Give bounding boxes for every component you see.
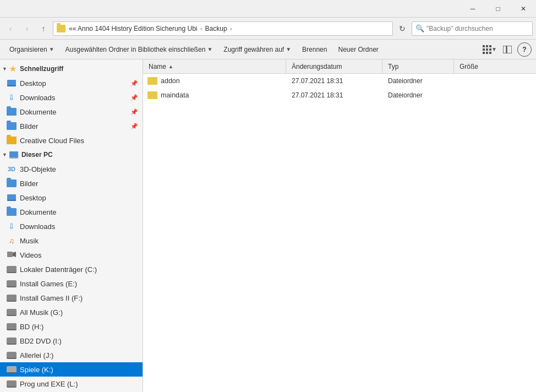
- sidebar-item-desktop[interactable]: Desktop 📌: [0, 76, 143, 90]
- sidebar-section-dieser-pc[interactable]: ▼ Dieser PC: [0, 148, 143, 162]
- forward-button[interactable]: ›: [20, 21, 34, 36]
- drive-l-icon: [7, 379, 17, 388]
- sidebar-videos-label: Videos: [20, 251, 42, 259]
- sidebar-item-musik[interactable]: ♫ Musik: [0, 233, 143, 248]
- close-button[interactable]: ✕: [511, 0, 536, 18]
- sidebar-item-3d[interactable]: 3D 3D-Objekte: [0, 162, 143, 176]
- up-button[interactable]: ↑: [36, 21, 51, 36]
- burn-button[interactable]: Brennen: [297, 42, 332, 57]
- col-name-header[interactable]: Name ▲: [143, 59, 286, 73]
- 3d-icon: 3D: [7, 165, 17, 173]
- col-size-header[interactable]: Größe: [454, 59, 536, 73]
- toolbar-right: ▼ ?: [482, 42, 532, 57]
- sidebar-item-drive-k[interactable]: Spiele (K:): [0, 362, 143, 377]
- sidebar-drive-c-label: Lokaler Datenträger (C:): [20, 265, 97, 274]
- content-area: Name ▲ Änderungsdatum Typ Größe addon: [143, 59, 536, 392]
- sidebar-item-desktop2[interactable]: Desktop: [0, 190, 143, 205]
- sidebar-drive-f-label: Install Games II (F:): [20, 294, 83, 302]
- maximize-button[interactable]: □: [485, 0, 511, 18]
- view-dropdown-arrow: ▼: [491, 46, 497, 52]
- bilder-icon: [7, 122, 17, 130]
- search-input[interactable]: [426, 25, 529, 32]
- sidebar-section-schnellzugriff[interactable]: ▼ ★ Schnellzugriff: [0, 62, 143, 76]
- refresh-button[interactable]: ↻: [395, 21, 409, 36]
- drive-g-shape: [7, 309, 17, 316]
- sidebar: ▼ ★ Schnellzugriff Desktop 📌 ⇩ Downloads…: [0, 59, 143, 392]
- drive-c-icon: [7, 265, 17, 274]
- pane-toggle-button[interactable]: [500, 42, 515, 57]
- drive-i-shape: [7, 337, 17, 345]
- help-button[interactable]: ?: [517, 42, 532, 57]
- back-button[interactable]: ‹: [3, 21, 18, 36]
- sidebar-item-downloads2[interactable]: ⇩ Downloads: [0, 219, 143, 233]
- video-icon-shape: [7, 251, 16, 259]
- sidebar-dokumente-label: Dokumente: [20, 108, 56, 116]
- search-icon: 🔍: [415, 24, 424, 32]
- drive-k-shape: [7, 366, 17, 373]
- dieser-pc-collapse-arrow: ▼: [2, 152, 7, 157]
- file-list: addon 27.07.2021 18:31 Dateiordner maind…: [143, 74, 536, 392]
- folder-icon: [147, 91, 157, 99]
- desktop-icon-shape: [7, 80, 16, 86]
- search-box: 🔍: [412, 21, 533, 36]
- sidebar-item-dokumente2[interactable]: Dokumente: [0, 205, 143, 219]
- svg-rect-0: [483, 45, 485, 47]
- dokumente-icon: [7, 107, 17, 116]
- drive-f-icon: [7, 293, 17, 302]
- cloud-folder-shape: [7, 137, 17, 144]
- sidebar-item-drive-g[interactable]: All Musik (G:): [0, 305, 143, 319]
- view-options-button[interactable]: ▼: [482, 42, 497, 57]
- sidebar-item-drive-j[interactable]: Allerlei (J:): [0, 348, 143, 362]
- sidebar-item-creative-cloud[interactable]: Creative Cloud Files: [0, 133, 143, 148]
- drive-h-icon: [7, 322, 17, 331]
- svg-rect-1: [486, 45, 488, 47]
- videos-icon: [7, 251, 17, 259]
- svg-rect-6: [483, 52, 485, 54]
- drive-e-shape: [7, 280, 17, 287]
- sidebar-item-downloads[interactable]: ⇩ Downloads 📌: [0, 90, 143, 105]
- drive-j-shape: [7, 352, 17, 359]
- sidebar-item-bilder2[interactable]: Bilder: [0, 176, 143, 190]
- sidebar-desktop-label: Desktop: [20, 79, 46, 88]
- file-name-cell: maindata: [143, 91, 286, 99]
- sidebar-item-drive-e[interactable]: Install Games (E:): [0, 276, 143, 291]
- downloads2-icon: ⇩: [7, 222, 17, 231]
- column-header: Name ▲ Änderungsdatum Typ Größe: [143, 59, 536, 74]
- col-type-header[interactable]: Typ: [382, 59, 454, 73]
- new-folder-button[interactable]: Neuer Ordner: [333, 42, 383, 57]
- sidebar-creative-cloud-label: Creative Cloud Files: [20, 137, 84, 145]
- drive-i-icon: [7, 336, 17, 345]
- pin-icon-dokumente: 📌: [130, 108, 138, 116]
- file-type-cell: Dateiordner: [382, 77, 454, 85]
- sidebar-item-bilder[interactable]: Bilder 📌: [0, 119, 143, 133]
- sidebar-item-drive-h[interactable]: BD (H:): [0, 319, 143, 334]
- table-row[interactable]: maindata 27.07.2021 18:31 Dateiordner: [143, 88, 536, 102]
- address-path[interactable]: «« Anno 1404 History Edition Sicherung U…: [53, 21, 393, 36]
- pin-icon-downloads: 📌: [130, 94, 138, 101]
- address-bar: ‹ › ↑ «« Anno 1404 History Edition Siche…: [0, 18, 536, 40]
- svg-rect-3: [483, 48, 485, 51]
- organise-button[interactable]: Organisieren ▼: [4, 42, 59, 57]
- col-date-header[interactable]: Änderungsdatum: [286, 59, 382, 73]
- drive-h-shape: [7, 323, 17, 330]
- sidebar-downloads-label: Downloads: [20, 94, 55, 102]
- sidebar-item-videos[interactable]: Videos: [0, 248, 143, 262]
- sidebar-item-drive-l[interactable]: Prog und EXE (L:): [0, 377, 143, 391]
- include-library-button[interactable]: Ausgewählten Ordner in Bibliothek einsch…: [61, 42, 218, 57]
- minimize-button[interactable]: ─: [460, 0, 485, 18]
- sidebar-item-drive-c[interactable]: Lokaler Datenträger (C:): [0, 262, 143, 276]
- drive-c-shape: [7, 266, 17, 273]
- sidebar-drive-k-label: Spiele (K:): [20, 366, 53, 374]
- drive-g-icon: [7, 308, 17, 317]
- sidebar-desktop2-label: Desktop: [20, 194, 46, 202]
- sidebar-item-drive-i[interactable]: BD2 DVD (I:): [0, 334, 143, 348]
- share-access-button[interactable]: Zugriff gewähren auf ▼: [218, 42, 296, 57]
- file-name: maindata: [161, 91, 189, 99]
- table-row[interactable]: addon 27.07.2021 18:31 Dateiordner: [143, 74, 536, 88]
- drive-l-shape: [7, 380, 17, 388]
- sidebar-item-dokumente[interactable]: Dokumente 📌: [0, 105, 143, 119]
- dieser-pc-icon: [9, 151, 18, 159]
- sidebar-musik-label: Musik: [20, 237, 39, 245]
- sidebar-item-drive-f[interactable]: Install Games II (F:): [0, 291, 143, 305]
- sidebar-drive-l-label: Prog und EXE (L:): [20, 380, 78, 388]
